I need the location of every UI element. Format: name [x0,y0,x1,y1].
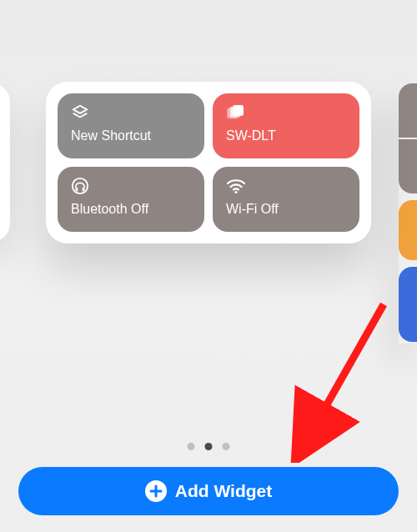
shortcut-tile-bluetooth-off[interactable]: Bluetooth Off [58,167,204,232]
widget-preview-left-edge[interactable] [0,83,10,242]
svg-point-4 [234,191,237,193]
shortcut-tile-new-shortcut[interactable]: New Shortcut [58,93,204,158]
svg-point-3 [73,178,88,193]
page-dot-active[interactable] [205,443,213,450]
page-dot[interactable] [223,443,230,450]
tile-label: Bluetooth Off [71,202,191,217]
tile-label: SW-DLT [226,128,346,143]
svg-line-5 [313,304,384,429]
widget-preview-right-edge[interactable] [399,83,417,344]
add-widget-button[interactable]: Add Widget [18,467,399,515]
plus-circle-icon [145,480,167,502]
pagination-dots[interactable] [188,443,230,450]
shortcut-tile-sw-dlt[interactable]: SW-DLT [213,93,359,158]
svg-rect-2 [234,105,244,115]
headphones-icon [71,177,89,198]
annotation-arrow [275,296,400,463]
cards-icon [226,104,246,124]
page-dot[interactable] [188,443,195,450]
shortcuts-widget-card[interactable]: New Shortcut SW-DLT Bluetoot [46,82,371,243]
tile-label: Wi-Fi Off [226,202,346,217]
wifi-icon [226,178,246,198]
stack-icon [71,103,89,125]
tile-label: New Shortcut [71,128,191,143]
add-widget-label: Add Widget [175,481,272,501]
shortcut-tile-wifi-off[interactable]: Wi-Fi Off [213,167,359,232]
